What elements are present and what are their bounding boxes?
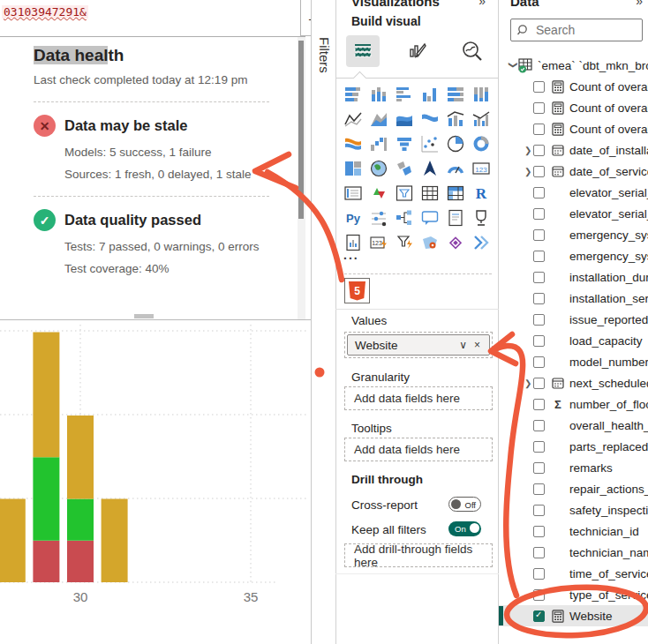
field-row-elevator-serial[interactable]: elevator_serial_...: [499, 203, 648, 224]
field-row-elevator-serial[interactable]: elevator_serial_...: [499, 182, 648, 203]
field-checkbox[interactable]: [533, 145, 545, 156]
keep-all-filters-toggle[interactable]: On: [448, 521, 481, 536]
visual-type-pct-stacked-bar-chart-icon[interactable]: [446, 85, 465, 104]
field-row-repair-actions-t[interactable]: repair_actions_t...: [499, 478, 648, 499]
field-checkbox[interactable]: [533, 589, 545, 601]
tooltips-field-well[interactable]: Add data fields here: [344, 438, 493, 461]
visual-type-table-icon[interactable]: [420, 183, 440, 203]
visual-type-power-automate-icon[interactable]: [395, 233, 414, 252]
field-checkbox[interactable]: [533, 335, 545, 347]
visual-type-stacked-bar-chart-icon[interactable]: [343, 85, 363, 104]
visual-type-pct-stacked-column-chart-icon[interactable]: [471, 85, 491, 104]
visual-type-metrics-icon[interactable]: [471, 208, 491, 228]
granularity-field-well[interactable]: Add data fields here: [344, 386, 493, 410]
filters-pane-collapsed[interactable]: [311, 0, 335, 644]
visual-type-ribbon-chart-icon[interactable]: [343, 134, 363, 154]
collapse-data-icon[interactable]: »: [636, 0, 643, 8]
values-field-well[interactable]: Website ∨ ×: [344, 332, 493, 358]
field-row-date-of-service[interactable]: ❯date_of_service: [499, 161, 648, 182]
visual-type-card-icon[interactable]: 123: [471, 159, 491, 178]
field-row-overall-health-c[interactable]: overall_health_c...: [499, 415, 648, 436]
field-row-count-of-overal[interactable]: Count of overal...: [499, 76, 648, 97]
stacked-bar-chart-visual[interactable]: 3035: [0, 320, 311, 644]
data-table-root[interactable]: ❯ `emea` `dbt_mkn_bron...: [499, 55, 648, 76]
collapse-visualizations-icon[interactable]: »: [478, 0, 486, 8]
visual-type-power-apps-icon[interactable]: 123: [369, 233, 388, 252]
field-row-count-of-overal[interactable]: Count of overal...: [499, 118, 648, 139]
data-search-box[interactable]: [510, 19, 643, 41]
field-checkbox[interactable]: [533, 505, 545, 516]
visual-type-line-clustered-column-chart-icon[interactable]: [471, 109, 491, 129]
chevron-right-icon[interactable]: ❯: [524, 146, 533, 155]
field-row-issue-reported[interactable]: issue_reported: [499, 309, 648, 330]
visual-type-pie-chart-icon[interactable]: [446, 134, 465, 154]
visual-type-line-chart-icon[interactable]: [343, 109, 363, 129]
field-row-installation-serv[interactable]: installation_serv...: [499, 288, 648, 309]
chevron-down-icon[interactable]: ∨: [456, 339, 471, 351]
field-checkbox[interactable]: [533, 399, 545, 410]
visual-type-smart-narrative-icon[interactable]: [446, 208, 465, 228]
field-row-number-of-floo[interactable]: Σnumber_of_floo...: [499, 393, 648, 415]
field-checkbox[interactable]: [533, 81, 545, 93]
visual-type-decomposition-tree-icon[interactable]: [395, 208, 414, 228]
visual-type-donut-chart-icon[interactable]: [471, 134, 491, 154]
field-checkbox[interactable]: [533, 441, 545, 453]
visual-type-area-chart-icon[interactable]: [369, 109, 388, 129]
field-checkbox[interactable]: [533, 483, 545, 495]
field-checkbox[interactable]: [533, 293, 545, 304]
field-row-load-capacity[interactable]: load_capacity: [499, 330, 648, 351]
field-row-count-of-overal[interactable]: Count of overal...: [499, 97, 648, 118]
visual-type-treemap-icon[interactable]: [343, 159, 363, 178]
html-custom-visual-selected[interactable]: 5: [344, 278, 370, 303]
field-row-emergency-syst[interactable]: emergency_syst...: [499, 224, 648, 245]
cross-report-toggle[interactable]: Off: [448, 497, 481, 512]
visual-type-slicer-icon[interactable]: [395, 183, 414, 203]
field-row-time-of-service[interactable]: time_of_service: [499, 563, 648, 584]
visual-type-arcgis-map-icon[interactable]: [420, 233, 440, 252]
field-checkbox[interactable]: [533, 314, 545, 326]
field-checkbox[interactable]: [533, 526, 545, 537]
visual-type-custom-visual-icon[interactable]: [446, 233, 465, 252]
field-row-technician-name[interactable]: technician_name: [499, 542, 648, 563]
chevron-right-icon[interactable]: ❯: [524, 378, 533, 388]
filters-pane-label[interactable]: Filters: [317, 37, 332, 73]
values-field-pill[interactable]: Website ∨ ×: [347, 334, 490, 356]
visual-type-stacked-column-chart-icon[interactable]: [369, 85, 388, 104]
visual-type-scatter-chart-icon[interactable]: [420, 134, 440, 154]
search-input[interactable]: [534, 22, 626, 38]
visual-type-dot-plot-icon[interactable]: [369, 208, 388, 228]
field-checkbox[interactable]: [533, 420, 545, 431]
field-checkbox[interactable]: [533, 272, 545, 283]
visual-type-multi-row-card-icon[interactable]: [343, 183, 363, 203]
visual-type-qa-visual-icon[interactable]: [420, 208, 440, 228]
field-checkbox[interactable]: [533, 356, 545, 368]
field-checkbox[interactable]: [533, 378, 545, 389]
visual-type-funnel-chart-icon[interactable]: [395, 134, 414, 154]
field-row-model-number[interactable]: model_number: [499, 351, 648, 372]
field-row-emergency-syst[interactable]: emergency_syst...: [499, 245, 648, 266]
tab-format-visual[interactable]: [401, 35, 434, 67]
visual-type-azure-map-icon[interactable]: [420, 159, 440, 178]
visual-type-power-automate-flow-icon[interactable]: [471, 233, 491, 252]
visual-type-line-stacked-column-chart-icon[interactable]: [446, 109, 465, 129]
field-row-next-scheduled[interactable]: ❯next_scheduled...: [499, 372, 648, 393]
field-row-date-of-installa[interactable]: ❯date_of_installa...: [499, 139, 648, 161]
field-row-technician-id[interactable]: technician_id: [499, 520, 648, 542]
visual-type-filled-map-icon[interactable]: [395, 159, 414, 178]
field-checkbox[interactable]: [533, 208, 545, 220]
visual-type-matrix-icon[interactable]: [446, 183, 465, 203]
tab-analytics[interactable]: [456, 35, 489, 67]
remove-field-icon[interactable]: ×: [471, 339, 484, 351]
field-checkbox[interactable]: [533, 102, 545, 114]
field-row-remarks[interactable]: remarks: [499, 457, 648, 478]
field-row-parts-replaced[interactable]: parts_replaced: [499, 436, 648, 457]
field-checkbox[interactable]: [533, 229, 545, 241]
field-checkbox[interactable]: [533, 462, 545, 474]
field-row-website[interactable]: Website: [499, 605, 648, 626]
visual-type-waterfall-chart-icon[interactable]: [369, 134, 388, 154]
visual-type-gauge-icon[interactable]: [446, 159, 465, 178]
field-checkbox[interactable]: [533, 251, 545, 262]
field-checkbox[interactable]: [533, 610, 545, 622]
drill-through-field-well[interactable]: Add drill-through fields here: [344, 543, 493, 567]
visual-type-python-visual-icon[interactable]: Py: [343, 208, 363, 228]
